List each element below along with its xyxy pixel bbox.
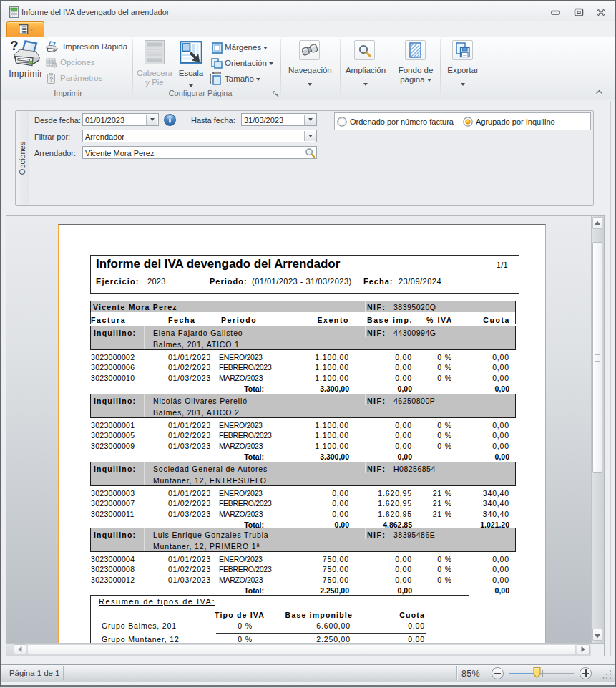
svg-text:?: ? (49, 76, 54, 83)
svg-text:?: ? (10, 39, 19, 53)
